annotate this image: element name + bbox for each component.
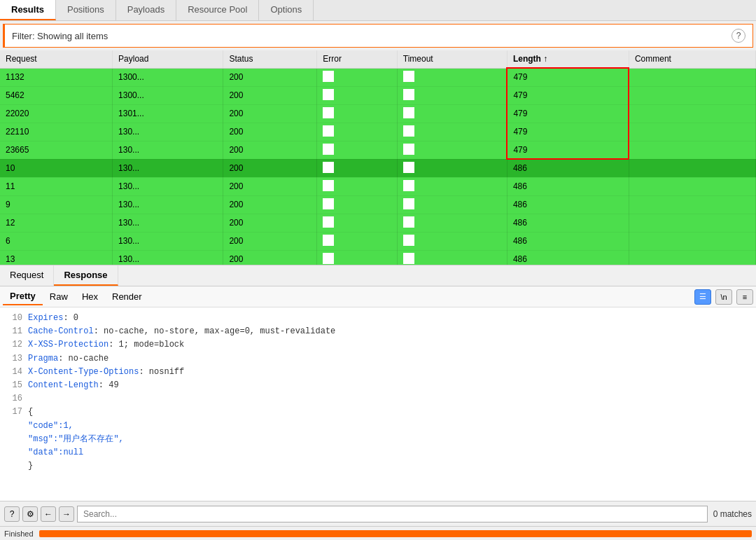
col-payload[interactable]: Payload bbox=[113, 50, 223, 68]
response-line: 14X-Content-Type-Options: nosniff bbox=[6, 366, 750, 379]
table-cell: 200 bbox=[223, 214, 317, 232]
table-cell: 130... bbox=[113, 214, 223, 232]
response-line: 12X-XSS-Protection: 1; mode=block bbox=[6, 338, 750, 352]
table-cell bbox=[629, 86, 755, 104]
table-cell: 13 bbox=[0, 250, 113, 265]
col-timeout[interactable]: Timeout bbox=[397, 50, 507, 68]
tab-request[interactable]: Request bbox=[0, 265, 54, 286]
response-line: "data":null bbox=[6, 446, 750, 459]
table-cell bbox=[397, 86, 507, 104]
table-row[interactable]: 11130...200486 bbox=[0, 177, 756, 195]
col-error[interactable]: Error bbox=[317, 50, 398, 68]
table-cell: 130... bbox=[113, 123, 223, 141]
col-status[interactable]: Status bbox=[223, 50, 317, 68]
table-row[interactable]: 54621300...200479 bbox=[0, 86, 756, 104]
response-icon-group: ☰ \n ≡ bbox=[694, 289, 753, 305]
table-cell bbox=[317, 104, 398, 123]
table-cell: 9 bbox=[0, 195, 113, 214]
table-cell: 200 bbox=[223, 250, 317, 265]
table-cell bbox=[317, 86, 398, 104]
menu-icon[interactable]: ≡ bbox=[736, 289, 753, 305]
table-cell: 200 bbox=[223, 159, 317, 177]
wrap-icon[interactable]: \n bbox=[715, 289, 732, 305]
table-container[interactable]: Request Payload Status Error Timeout Len… bbox=[0, 50, 756, 265]
panel-divider: Request Response bbox=[0, 265, 756, 286]
table-row[interactable]: 13130...200486 bbox=[0, 250, 756, 265]
table-cell bbox=[629, 159, 755, 177]
table-cell bbox=[397, 104, 507, 123]
table-cell: 12 bbox=[0, 214, 113, 232]
table-row[interactable]: 6130...200486 bbox=[0, 232, 756, 250]
table-cell bbox=[397, 141, 507, 159]
response-line: "code":1, bbox=[6, 420, 750, 433]
table-row[interactable]: 23665130...200479 bbox=[0, 141, 756, 159]
table-cell bbox=[629, 177, 755, 195]
status-bar: Finished bbox=[0, 526, 756, 540]
response-line: "msg":"用户名不存在", bbox=[6, 433, 750, 446]
table-cell bbox=[629, 232, 755, 250]
table-cell: 130... bbox=[113, 250, 223, 265]
table-cell bbox=[629, 214, 755, 232]
settings-icon[interactable]: ⚙ bbox=[22, 506, 38, 522]
table-cell bbox=[629, 141, 755, 159]
tab-payloads[interactable]: Payloads bbox=[116, 0, 176, 20]
subtab-render[interactable]: Render bbox=[105, 289, 149, 305]
forward-icon[interactable]: → bbox=[59, 506, 74, 522]
tab-resource-pool[interactable]: Resource Pool bbox=[176, 0, 259, 20]
help-bottom-icon[interactable]: ? bbox=[4, 506, 20, 522]
col-length[interactable]: Length ↑ bbox=[507, 50, 629, 68]
table-cell bbox=[397, 68, 507, 86]
help-icon[interactable]: ? bbox=[732, 29, 746, 43]
table-cell: 10 bbox=[0, 159, 113, 177]
col-comment[interactable]: Comment bbox=[629, 50, 755, 68]
table-cell: 130... bbox=[113, 141, 223, 159]
table-cell: 1301... bbox=[113, 104, 223, 123]
subtab-pretty[interactable]: Pretty bbox=[3, 288, 43, 305]
table-cell: 486 bbox=[507, 250, 629, 265]
table-cell bbox=[317, 250, 398, 265]
table-cell bbox=[317, 159, 398, 177]
table-cell bbox=[317, 123, 398, 141]
table-cell bbox=[317, 68, 398, 86]
tab-results[interactable]: Results bbox=[0, 0, 56, 20]
table-cell: 1132 bbox=[0, 68, 113, 86]
tab-options[interactable]: Options bbox=[259, 0, 314, 20]
filter-bar: Filter: Showing all items ? bbox=[3, 24, 753, 48]
back-icon[interactable]: ← bbox=[41, 506, 56, 522]
table-cell: 486 bbox=[507, 232, 629, 250]
table-cell: 200 bbox=[223, 123, 317, 141]
table-row[interactable]: 10130...200486 bbox=[0, 159, 756, 177]
table-cell: 1300... bbox=[113, 68, 223, 86]
tab-positions[interactable]: Positions bbox=[56, 0, 116, 20]
format-icon[interactable]: ☰ bbox=[694, 289, 711, 305]
table-cell: 200 bbox=[223, 177, 317, 195]
table-cell: 130... bbox=[113, 159, 223, 177]
table-cell bbox=[317, 232, 398, 250]
progress-bar bbox=[39, 530, 752, 537]
table-cell bbox=[397, 250, 507, 265]
table-cell bbox=[397, 123, 507, 141]
response-line: 13Pragma: no-cache bbox=[6, 352, 750, 366]
table-row[interactable]: 9130...200486 bbox=[0, 195, 756, 214]
table-cell bbox=[629, 104, 755, 123]
response-line: 17{ bbox=[6, 406, 750, 419]
table-row[interactable]: 220201301...200479 bbox=[0, 104, 756, 123]
table-cell: 130... bbox=[113, 232, 223, 250]
table-cell: 11 bbox=[0, 177, 113, 195]
table-cell: 479 bbox=[507, 141, 629, 159]
table-row[interactable]: 22110130...200479 bbox=[0, 123, 756, 141]
tab-response[interactable]: Response bbox=[54, 265, 118, 286]
table-cell: 22020 bbox=[0, 104, 113, 123]
search-input[interactable] bbox=[77, 506, 708, 522]
table-cell: 200 bbox=[223, 104, 317, 123]
top-tab-bar: Results Positions Payloads Resource Pool… bbox=[0, 0, 756, 21]
response-line: 15Content-Length: 49 bbox=[6, 379, 750, 392]
table-row[interactable]: 12130...200486 bbox=[0, 214, 756, 232]
results-table: Request Payload Status Error Timeout Len… bbox=[0, 50, 756, 265]
response-line: 10Expires: 0 bbox=[6, 312, 750, 325]
col-request[interactable]: Request bbox=[0, 50, 113, 68]
subtab-raw[interactable]: Raw bbox=[43, 289, 75, 305]
table-row[interactable]: 11321300...200479 bbox=[0, 68, 756, 86]
table-cell: 200 bbox=[223, 232, 317, 250]
subtab-hex[interactable]: Hex bbox=[75, 289, 105, 305]
